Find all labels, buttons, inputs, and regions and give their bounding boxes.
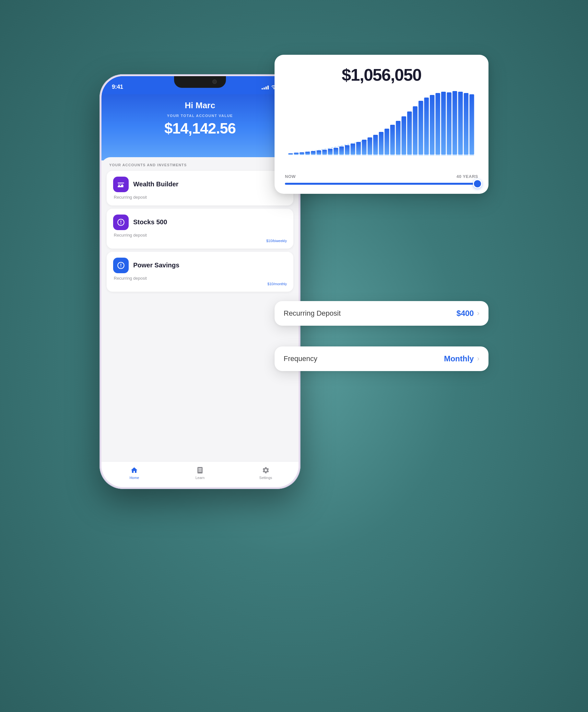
svg-rect-30	[373, 135, 378, 155]
frequency-label: Frequency	[284, 354, 317, 363]
svg-rect-47	[418, 155, 423, 156]
svg-rect-56	[447, 92, 451, 155]
stocks-500-subtitle: Recurring deposit	[114, 233, 287, 238]
learn-icon	[195, 466, 205, 475]
svg-rect-51	[430, 155, 434, 156]
deposit-value-container: $400 ›	[456, 309, 479, 318]
svg-rect-44	[413, 106, 418, 155]
home-nav-label: Home	[130, 476, 139, 480]
frequency-value-text: Monthly	[444, 354, 474, 363]
svg-rect-19	[339, 155, 343, 156]
signal-bars-icon	[261, 85, 269, 89]
svg-rect-33	[379, 155, 383, 156]
svg-rect-27	[362, 155, 366, 156]
stocks-500-badge: $10/biweekly	[113, 239, 287, 243]
chart-timeline-start: NOW	[285, 174, 296, 179]
power-savings-badge: $10/monthly	[113, 282, 287, 286]
stocks-500-icon	[113, 215, 129, 230]
chart-slider[interactable]	[285, 183, 478, 185]
frequency-value-container: Monthly ›	[444, 354, 479, 363]
svg-rect-52	[435, 93, 440, 155]
svg-rect-43	[407, 155, 412, 156]
wealth-builder-name: Wealth Builder	[133, 180, 178, 188]
phone-content: YOUR ACCOUNTS AND INVESTMENTS Wealth Bui…	[102, 157, 298, 461]
svg-rect-38	[396, 121, 400, 155]
svg-rect-50	[430, 95, 434, 155]
stocks-500-card[interactable]: Stocks 500 Recurring deposit $10/biweekl…	[107, 209, 293, 249]
chart-card: $1,056,050	[275, 55, 488, 194]
greeting-text: Hi Marc	[185, 101, 215, 110]
svg-rect-63	[464, 155, 468, 156]
deposit-chevron-icon: ›	[477, 309, 479, 318]
svg-rect-61	[458, 155, 463, 156]
svg-rect-45	[413, 155, 418, 156]
svg-rect-13	[322, 155, 327, 156]
svg-rect-29	[368, 155, 372, 156]
svg-rect-34	[384, 129, 389, 155]
deposit-amount: $400	[456, 309, 474, 318]
svg-rect-28	[368, 137, 372, 155]
settings-nav-label: Settings	[259, 476, 272, 480]
svg-rect-41	[402, 155, 406, 156]
svg-rect-58	[453, 91, 457, 155]
svg-rect-17	[334, 155, 338, 156]
svg-rect-12	[322, 150, 327, 155]
chart-slider-fill	[285, 183, 478, 185]
svg-rect-54	[441, 92, 446, 155]
svg-rect-11	[317, 155, 321, 156]
chart-timeline-end: 40 YEARS	[456, 174, 478, 179]
svg-rect-10	[317, 150, 321, 155]
svg-rect-2	[294, 153, 298, 155]
learn-nav-label: Learn	[195, 476, 205, 480]
svg-rect-9	[311, 155, 315, 156]
nav-settings[interactable]: Settings	[233, 466, 298, 480]
deposit-card[interactable]: Recurring Deposit $400 ›	[275, 301, 488, 326]
phone-frame: 9:41	[100, 74, 300, 489]
notch-camera	[212, 80, 217, 84]
bottom-navigation: Home Learn Setting	[102, 461, 298, 487]
svg-rect-49	[424, 155, 429, 156]
investment-cards-list: Wealth Builder Recurring deposit St	[102, 171, 298, 292]
svg-rect-22	[351, 144, 355, 155]
svg-rect-62	[464, 93, 468, 155]
svg-rect-53	[435, 155, 440, 156]
svg-rect-18	[339, 147, 343, 155]
svg-rect-39	[396, 155, 400, 156]
svg-rect-48	[424, 98, 429, 155]
scene-container: 9:41	[100, 48, 488, 664]
svg-rect-64	[469, 94, 474, 155]
section-title: YOUR ACCOUNTS AND INVESTMENTS	[102, 157, 298, 171]
svg-rect-20	[345, 145, 350, 155]
nav-learn[interactable]: Learn	[167, 466, 233, 480]
account-value-label: YOUR TOTAL ACCOUNT VALUE	[167, 114, 233, 117]
chart-timeline: NOW 40 YEARS	[285, 174, 478, 179]
power-savings-subtitle: Recurring deposit	[114, 276, 287, 281]
svg-rect-16	[334, 148, 338, 155]
wealth-builder-subtitle: Recurring deposit	[114, 195, 287, 200]
svg-rect-24	[356, 142, 361, 155]
svg-rect-6	[305, 152, 310, 155]
svg-rect-60	[458, 92, 463, 155]
power-savings-card[interactable]: Power Savings Recurring deposit $10/mont…	[107, 252, 293, 292]
svg-rect-8	[311, 151, 315, 155]
svg-rect-32	[379, 132, 383, 155]
svg-rect-5	[299, 155, 304, 155]
power-savings-name: Power Savings	[133, 261, 179, 269]
power-savings-icon	[113, 258, 129, 273]
frequency-card[interactable]: Frequency Monthly ›	[275, 346, 488, 371]
svg-rect-46	[418, 101, 423, 155]
svg-rect-40	[402, 116, 406, 155]
nav-home[interactable]: Home	[102, 466, 167, 480]
wealth-builder-card[interactable]: Wealth Builder Recurring deposit	[107, 171, 293, 206]
settings-icon	[261, 466, 270, 475]
chart-projected-amount: $1,056,050	[285, 65, 478, 85]
svg-rect-36	[390, 125, 395, 155]
svg-rect-35	[384, 155, 389, 156]
phone-screen: 9:41	[102, 76, 298, 487]
svg-rect-4	[299, 152, 304, 155]
svg-rect-57	[447, 155, 451, 156]
svg-rect-23	[351, 155, 355, 156]
svg-rect-3	[294, 155, 298, 155]
chart-visualization	[285, 91, 478, 169]
status-time: 9:41	[112, 84, 123, 90]
